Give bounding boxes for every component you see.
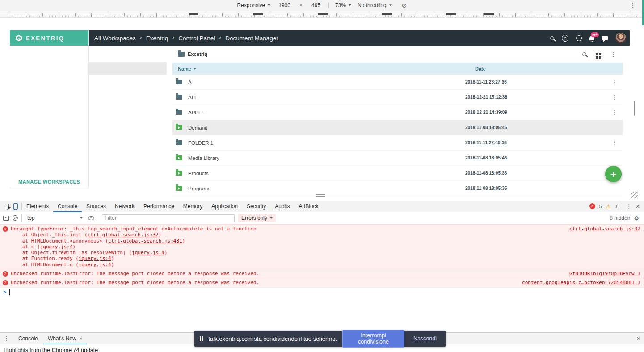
file-date: 2018-11-11 23:27:36: [465, 80, 507, 84]
tab-security[interactable]: Security: [242, 201, 270, 212]
warning-icon[interactable]: ⚠: [606, 203, 611, 210]
file-date: 2018-12-21 15:12:38: [465, 95, 507, 100]
source-link[interactable]: ctrl-global-search.js:32: [569, 226, 640, 232]
exentriq-logo[interactable]: EXENTRIQ: [10, 30, 88, 46]
devtools-menu-icon[interactable]: ⋮: [626, 203, 632, 210]
device-mode-select[interactable]: Responsive: [237, 2, 271, 8]
scrollbar-thumb[interactable]: [634, 101, 635, 116]
file-row[interactable]: APPLE 2018-12-21 14:39:09 ⋮: [172, 105, 623, 120]
stack-text: at Function.ready (: [22, 256, 79, 261]
dimension-separator: ×: [299, 2, 303, 8]
manage-workspaces-link[interactable]: MANAGE WORKSPACES: [10, 179, 88, 184]
help-icon[interactable]: ?: [562, 35, 568, 42]
breadcrumb-item-control-panel[interactable]: Control Panel: [178, 35, 215, 42]
drawer-menu-icon[interactable]: ⋮: [4, 335, 9, 342]
file-row[interactable]: A 2018-11-11 23:27:36 ⋮: [172, 75, 623, 90]
source-link[interactable]: GfH3OUR1bIg19rUp3BPvrw:1: [569, 271, 640, 277]
row-menu-icon[interactable]: ⋮: [611, 79, 618, 85]
breadcrumb-item-exentriq[interactable]: Exentriq: [146, 35, 168, 42]
stack-link[interactable]: ctrl-global-search.js:32: [88, 232, 159, 238]
log-level-select[interactable]: Errors only: [238, 214, 276, 222]
more-options-icon[interactable]: ⋮: [610, 51, 616, 58]
console-prompt[interactable]: >: [0, 287, 644, 297]
drawer-tab-whatsnew[interactable]: What's New ×: [43, 333, 87, 344]
inspect-element-icon[interactable]: [4, 204, 9, 209]
notifications-icon[interactable]: 99+: [589, 36, 594, 40]
drawer-close-icon[interactable]: ×: [637, 335, 640, 342]
history-icon[interactable]: [576, 35, 582, 41]
chevron-down-icon: [80, 217, 83, 219]
file-row[interactable]: Programs 2018-11-08 18:05:35 ⋮: [172, 181, 623, 196]
zoom-select[interactable]: 73%: [335, 2, 351, 8]
file-row[interactable]: Media Library 2018-11-08 18:05:46 ⋮: [172, 151, 623, 166]
search-icon[interactable]: [550, 36, 554, 40]
tab-memory[interactable]: Memory: [179, 201, 207, 212]
stack-link[interactable]: jquery.js:4: [79, 262, 111, 268]
column-header-date[interactable]: Date: [475, 66, 486, 71]
row-menu-icon[interactable]: ⋮: [611, 139, 618, 146]
device-ruler: [0, 11, 644, 18]
context-select[interactable]: top: [25, 215, 84, 221]
more-options-icon[interactable]: ⋮: [630, 1, 636, 8]
error-count-icon[interactable]: ×: [589, 203, 595, 209]
devtools-close-icon[interactable]: ×: [636, 203, 640, 210]
stop-sharing-button[interactable]: Interrompi condivisione: [342, 330, 404, 348]
chat-icon[interactable]: [602, 36, 608, 40]
stack-link[interactable]: jquery.js:4: [132, 250, 164, 256]
device-toolbar-toggle-icon[interactable]: [13, 203, 18, 210]
stack-text: ): [182, 238, 185, 244]
ruler-label-mark: [318, 13, 328, 15]
file-row[interactable]: FOLDER 1 2018-11-11 22:40:36 ⋮: [172, 135, 623, 151]
source-link[interactable]: content.googleapis.c…pctoken=728548881:1: [522, 280, 640, 285]
file-name: Media Library: [188, 155, 219, 161]
throttling-label: No throttling: [358, 2, 387, 8]
search-icon[interactable]: [582, 52, 586, 56]
file-row[interactable]: Products 2018-11-08 18:05:36 ⋮: [172, 166, 623, 181]
tab-network[interactable]: Network: [110, 201, 139, 212]
file-row[interactable]: Demand 2018-11-08 18:05:45 ⋮: [172, 120, 623, 135]
console-sidebar-icon[interactable]: [3, 216, 9, 221]
tab-performance[interactable]: Performance: [139, 201, 179, 212]
page-viewport: EXENTRIQ MANAGE WORKSPACES All Workspace…: [0, 18, 644, 201]
tab-close-icon[interactable]: ×: [80, 336, 82, 341]
file-date: 2018-11-08 18:05:35: [465, 186, 507, 191]
row-menu-icon[interactable]: ⋮: [611, 109, 618, 116]
chevron-down-icon: [270, 217, 273, 219]
file-date: 2018-12-21 14:39:09: [465, 110, 507, 115]
stack-link[interactable]: ctrl-global-search.js:431: [108, 238, 182, 244]
drawer-tab-console[interactable]: Console: [14, 333, 42, 344]
throttling-select[interactable]: No throttling: [358, 2, 392, 8]
stack-link[interactable]: jquery.js:4: [40, 244, 73, 250]
hide-button[interactable]: Nascondi: [410, 333, 440, 344]
tab-elements[interactable]: Elements: [22, 201, 53, 212]
viewport-resize-grip[interactable]: [631, 192, 638, 198]
breadcrumb-item-document-manager[interactable]: Document Manager: [225, 35, 278, 42]
console-filter-input[interactable]: [102, 214, 235, 222]
live-expression-icon[interactable]: [88, 216, 94, 220]
prompt-chevron-icon: >: [3, 289, 6, 295]
tab-audits[interactable]: Audits: [270, 201, 294, 212]
grid-view-icon[interactable]: [596, 53, 598, 55]
whatsnew-tab-label: What's New: [48, 335, 76, 342]
tab-sources[interactable]: Sources: [82, 201, 110, 212]
selected-tree-item[interactable]: [89, 62, 167, 75]
column-header-name[interactable]: Name: [178, 66, 196, 71]
tab-console[interactable]: Console: [53, 201, 82, 212]
viewport-drag-handle[interactable]: [316, 194, 325, 197]
stack-link[interactable]: jquery.js:4: [79, 256, 111, 261]
stack-text: at HTMLDocument.q (: [22, 262, 79, 268]
tab-application[interactable]: Application: [207, 201, 242, 212]
shared-folder-icon: [176, 171, 182, 176]
viewport-height-input[interactable]: 495: [310, 2, 322, 9]
viewport-width-input[interactable]: 1900: [277, 2, 292, 9]
stack-text: at Object.fireWith [as resolveWith] (: [22, 250, 132, 256]
clear-console-icon[interactable]: [13, 215, 18, 221]
add-button[interactable]: +: [605, 166, 622, 182]
tab-adblock[interactable]: AdBlock: [295, 201, 323, 212]
row-menu-icon[interactable]: ⋮: [611, 94, 618, 101]
stack-text: ): [73, 244, 76, 250]
user-avatar[interactable]: [615, 33, 626, 43]
file-row[interactable]: ALL 2018-12-21 15:12:38 ⋮: [172, 90, 623, 105]
breadcrumb-item-all-workspaces[interactable]: All Workspaces: [94, 35, 136, 42]
console-settings-icon[interactable]: ⚙: [634, 215, 639, 222]
